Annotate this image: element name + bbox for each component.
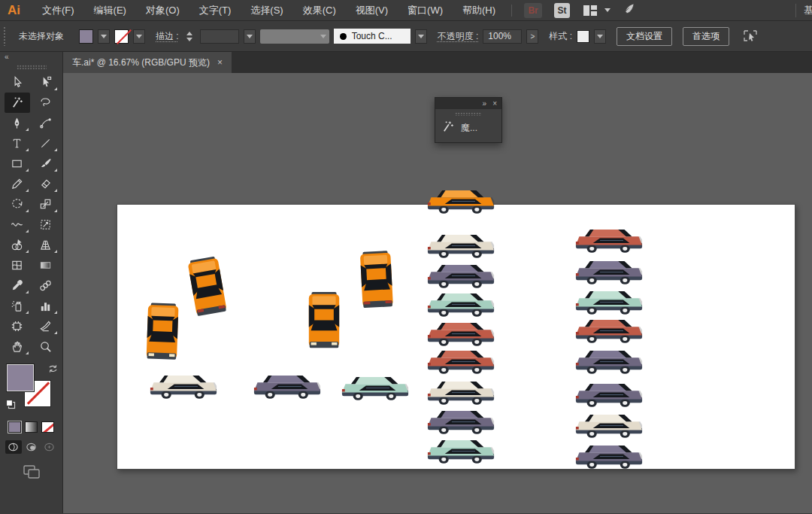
slice-tool[interactable] bbox=[33, 316, 59, 336]
shape-builder-tool[interactable] bbox=[5, 235, 30, 255]
type-tool[interactable] bbox=[5, 133, 30, 154]
car-object-red-side[interactable] bbox=[574, 315, 644, 347]
line-segment-tool[interactable] bbox=[33, 133, 59, 154]
eyedropper-tool[interactable] bbox=[5, 275, 30, 296]
menu-item-window[interactable]: 窗口(W) bbox=[398, 4, 453, 17]
opacity-field[interactable]: 100% bbox=[483, 29, 522, 44]
stroke-weight-label[interactable]: 描边 : bbox=[156, 30, 179, 43]
gradient-button[interactable] bbox=[25, 421, 38, 433]
swap-fill-stroke-icon[interactable] bbox=[48, 364, 58, 375]
document-setup-button[interactable]: 文档设置 bbox=[617, 27, 672, 46]
canvas-pasteboard[interactable]: » × 魔... bbox=[63, 73, 812, 513]
car-object-cream-side[interactable] bbox=[574, 410, 644, 442]
select-similar-icon[interactable] bbox=[743, 29, 758, 44]
car-object-orange-top[interactable] bbox=[358, 250, 395, 313]
panel-grip-icon[interactable] bbox=[3, 26, 7, 46]
none-button[interactable] bbox=[41, 421, 54, 433]
panel-collapse-icon[interactable]: » bbox=[483, 99, 487, 108]
step-down-icon[interactable] bbox=[186, 38, 192, 41]
direct-selection-tool[interactable] bbox=[33, 72, 59, 93]
scale-tool[interactable] bbox=[33, 194, 59, 214]
curvature-tool[interactable] bbox=[33, 113, 59, 133]
width-tool[interactable] bbox=[5, 214, 30, 235]
variable-width-profile-dropdown[interactable] bbox=[260, 29, 329, 44]
default-fill-stroke-icon[interactable] bbox=[5, 399, 16, 412]
bridge-button[interactable]: Br bbox=[524, 3, 542, 18]
rotate-tool[interactable] bbox=[5, 194, 30, 214]
blend-tool[interactable] bbox=[33, 275, 59, 296]
magic-wand-tool[interactable] bbox=[5, 93, 30, 113]
gradient-tool[interactable] bbox=[33, 255, 59, 275]
car-object-purple-side[interactable] bbox=[426, 406, 495, 438]
chevron-down-icon[interactable] bbox=[604, 8, 611, 12]
car-object-purple-side[interactable] bbox=[574, 346, 644, 378]
menu-item-effect[interactable]: 效果(C) bbox=[293, 4, 346, 17]
column-graph-tool[interactable] bbox=[33, 296, 59, 316]
tab-close-icon[interactable]: × bbox=[217, 57, 223, 68]
style-dropdown-button[interactable] bbox=[594, 29, 606, 44]
stock-button[interactable]: St bbox=[554, 3, 570, 18]
car-object-teal-side[interactable] bbox=[426, 436, 495, 467]
lasso-tool[interactable] bbox=[33, 93, 59, 113]
car-object-purple-side[interactable] bbox=[574, 257, 644, 288]
pen-tool[interactable] bbox=[5, 113, 30, 133]
car-object-purple-side[interactable] bbox=[253, 371, 322, 403]
stroke-weight-dropdown-button[interactable] bbox=[244, 29, 256, 44]
menu-item-object[interactable]: 对象(O) bbox=[136, 4, 189, 17]
mesh-tool[interactable] bbox=[5, 255, 30, 275]
eraser-tool[interactable] bbox=[33, 174, 59, 194]
car-object-orange-side[interactable] bbox=[426, 186, 495, 217]
fill-color-swatch[interactable] bbox=[79, 29, 93, 44]
draw-behind-button[interactable] bbox=[23, 440, 40, 454]
car-object-purple-side[interactable] bbox=[574, 379, 644, 411]
step-up-icon[interactable] bbox=[186, 32, 192, 35]
free-transform-tool[interactable] bbox=[33, 214, 59, 235]
car-object-cream-side[interactable] bbox=[149, 371, 218, 403]
perspective-grid-tool[interactable] bbox=[33, 235, 59, 255]
paintbrush-tool[interactable] bbox=[33, 154, 59, 174]
workspace-switcher-icon[interactable] bbox=[583, 5, 597, 16]
panel-grip-icon[interactable] bbox=[455, 112, 482, 116]
car-object-red-side[interactable] bbox=[426, 346, 495, 378]
preferences-button[interactable]: 首选项 bbox=[683, 27, 729, 46]
car-object-orange-top[interactable] bbox=[144, 302, 181, 365]
share-icon[interactable] bbox=[623, 2, 635, 18]
screen-mode-icon[interactable] bbox=[23, 464, 41, 482]
car-object-teal-side[interactable] bbox=[574, 287, 644, 318]
menu-item-view[interactable]: 视图(V) bbox=[346, 4, 398, 17]
brush-dropdown-button[interactable] bbox=[415, 29, 427, 44]
stroke-dropdown-button[interactable] bbox=[133, 29, 145, 44]
menu-item-type[interactable]: 文字(T) bbox=[189, 4, 241, 17]
car-object-cream-side[interactable] bbox=[426, 230, 495, 262]
zoom-tool[interactable] bbox=[33, 336, 59, 357]
car-object-purple-side[interactable] bbox=[574, 441, 644, 473]
menu-item-edit[interactable]: 编辑(E) bbox=[84, 4, 136, 17]
color-button[interactable] bbox=[8, 421, 21, 433]
car-object-orange-top[interactable] bbox=[307, 291, 341, 353]
symbol-sprayer-tool[interactable] bbox=[5, 296, 30, 316]
car-object-red-side[interactable] bbox=[574, 225, 644, 257]
car-object-cream-side[interactable] bbox=[426, 377, 495, 409]
car-object-teal-side[interactable] bbox=[426, 289, 495, 321]
car-object-teal-side[interactable] bbox=[341, 373, 410, 404]
panel-close-icon[interactable]: × bbox=[492, 99, 497, 108]
draw-normal-button[interactable] bbox=[5, 440, 22, 454]
brush-definition-dropdown[interactable]: Touch C... bbox=[334, 29, 411, 44]
stroke-color-swatch[interactable] bbox=[114, 29, 129, 44]
menu-item-select[interactable]: 选择(S) bbox=[241, 4, 292, 17]
stroke-weight-stepper[interactable] bbox=[183, 32, 195, 41]
document-tab[interactable]: 车.ai* @ 16.67% (RGB/GPU 预览) × bbox=[63, 52, 232, 73]
fill-dropdown-button[interactable] bbox=[98, 29, 110, 44]
toolbar-collapse-button[interactable]: « bbox=[5, 53, 8, 62]
menu-item-help[interactable]: 帮助(H) bbox=[453, 4, 505, 17]
pencil-tool[interactable] bbox=[5, 174, 30, 194]
car-object-red-side[interactable] bbox=[426, 318, 495, 350]
car-object-purple-side[interactable] bbox=[426, 260, 495, 292]
fill-swatch-large[interactable] bbox=[7, 364, 34, 391]
toolbar-grip-icon[interactable] bbox=[17, 65, 47, 69]
opacity-label[interactable]: 不透明度 : bbox=[438, 30, 479, 43]
artboard-tool[interactable] bbox=[5, 316, 30, 336]
rectangle-tool[interactable] bbox=[5, 154, 30, 174]
hand-tool[interactable] bbox=[5, 336, 30, 357]
draw-inside-button[interactable] bbox=[41, 440, 58, 454]
